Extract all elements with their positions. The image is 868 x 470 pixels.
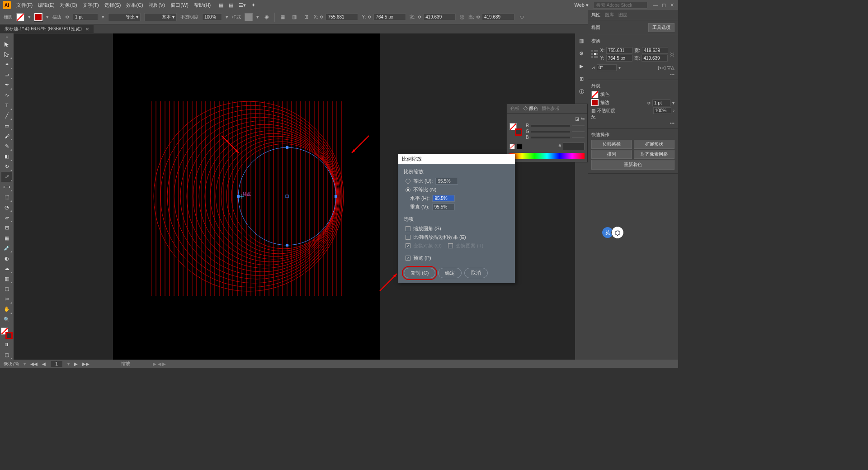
bridge-icon[interactable]: ▦ xyxy=(219,2,223,8)
workspace-switcher[interactable]: Web ▾ xyxy=(575,2,589,8)
link-wh-icon[interactable]: ⛓ xyxy=(459,14,465,20)
blend-tool[interactable]: ◐ xyxy=(1,253,12,263)
color-tab[interactable]: ◇ 颜色 xyxy=(523,105,538,112)
offset-path-button[interactable]: 位移路径 xyxy=(591,140,632,149)
stroke-weight-input[interactable] xyxy=(73,14,98,20)
screen-mode[interactable]: ▢ xyxy=(1,350,12,360)
w-input[interactable] xyxy=(423,14,456,20)
align-pixel-button[interactable]: 对齐像素网格 xyxy=(634,150,675,159)
paintbrush-tool[interactable]: 🖌 xyxy=(1,131,12,141)
gradient-tool[interactable]: ▦ xyxy=(1,233,12,243)
curvature-tool[interactable]: ∿ xyxy=(1,90,12,100)
artboard-nav-back[interactable]: ◀ xyxy=(42,361,46,366)
mesh-tool[interactable]: ⊞ xyxy=(1,223,12,233)
profile-select[interactable]: 等比 ▾ xyxy=(108,13,141,21)
horiz-input[interactable] xyxy=(432,195,455,202)
preview-check[interactable] xyxy=(406,256,410,261)
uniform-radio[interactable] xyxy=(406,179,410,184)
tab-layers[interactable]: 图层 xyxy=(618,12,627,18)
width-tool[interactable]: ⟷ xyxy=(1,182,12,192)
ok-button[interactable]: 确定 xyxy=(438,268,462,278)
artboard-nav-fwd[interactable]: ▶ xyxy=(74,361,78,366)
scale-strokes-check[interactable] xyxy=(406,235,410,240)
color-fillstroke[interactable] xyxy=(509,123,522,136)
appearance-icon[interactable]: ◉ xyxy=(263,13,271,21)
more-options-icon[interactable]: ••• xyxy=(591,72,675,77)
shape-icon[interactable]: ▥ xyxy=(290,13,298,21)
prop-x-input[interactable] xyxy=(606,47,632,54)
prop-w-input[interactable] xyxy=(642,47,668,54)
swatches-tab[interactable]: 色板 xyxy=(510,105,519,112)
prop-h-input[interactable] xyxy=(642,55,668,62)
flip-v-icon[interactable]: ▽△ xyxy=(667,65,675,70)
artboard-tool[interactable]: ▢ xyxy=(1,284,12,294)
color-guide-tab[interactable]: 颜色参考 xyxy=(542,105,560,112)
stock-icon[interactable]: ▤ xyxy=(229,2,233,8)
zoom-display[interactable]: 66.67% xyxy=(4,361,19,366)
pen-tool[interactable]: ✒ xyxy=(1,80,12,90)
slice-tool[interactable]: ✂ xyxy=(1,294,12,304)
menu-effect[interactable]: 效果(C) xyxy=(126,2,143,9)
nonuniform-radio[interactable] xyxy=(406,187,410,192)
play-icon[interactable]: ▶ xyxy=(577,62,586,71)
stroke-label[interactable]: 描边 xyxy=(52,14,61,20)
minimize-icon[interactable]: — xyxy=(652,1,659,9)
prop-stroke-weight[interactable] xyxy=(652,100,670,106)
brush-select[interactable]: 基本 ▾ xyxy=(144,13,177,21)
document-tab[interactable]: 未标题-1* @ 66.67% (RGB/GPU 预览) ✕ xyxy=(0,25,94,33)
menu-edit[interactable]: 编辑(E) xyxy=(38,2,55,9)
fill-swatch[interactable] xyxy=(16,13,24,21)
hex-input[interactable] xyxy=(563,142,585,150)
info-icon[interactable]: ⓘ xyxy=(577,87,586,96)
arrange-icon[interactable]: ☰▾ xyxy=(239,2,246,8)
arrange-button[interactable]: 排列 xyxy=(591,150,632,159)
cancel-button[interactable]: 取消 xyxy=(464,268,488,278)
artboard[interactable]: 锚点 xyxy=(113,33,380,360)
rotate-tool[interactable]: ↻ xyxy=(1,162,12,172)
copy-button[interactable]: 复制 (C) xyxy=(404,268,435,278)
g-value[interactable] xyxy=(572,131,585,132)
menu-window[interactable]: 窗口(W) xyxy=(170,2,189,9)
transform-icon[interactable]: ⊞ xyxy=(302,13,310,21)
style-swatch[interactable] xyxy=(245,13,253,21)
expand-shape-button[interactable]: 扩展形状 xyxy=(634,140,675,149)
hand-tool[interactable]: ✋ xyxy=(1,304,12,314)
recolor-button[interactable]: 重新着色 xyxy=(591,160,675,170)
shape-builder-tool[interactable]: ◔ xyxy=(1,203,12,213)
brushes-icon[interactable]: ⊞ xyxy=(577,74,586,83)
align-icon[interactable]: ▦ xyxy=(278,13,287,21)
artboard-nav-next[interactable]: ▶▶ xyxy=(82,361,90,366)
settings-icon[interactable]: ⚙ xyxy=(577,49,586,58)
angle-input[interactable] xyxy=(597,64,617,71)
prop-y-input[interactable] xyxy=(606,55,632,62)
eraser-tool[interactable]: ◧ xyxy=(1,152,12,161)
lasso-tool[interactable]: ⊃ xyxy=(1,70,12,80)
tab-properties[interactable]: 属性 xyxy=(591,12,600,18)
prop-stroke-label[interactable]: 描边 xyxy=(600,100,609,106)
eyedropper-tool[interactable]: 💉 xyxy=(1,243,12,253)
selection-tool[interactable] xyxy=(1,39,12,49)
ime-indicator[interactable]: 英 xyxy=(602,226,624,239)
gpu-icon[interactable]: ✦ xyxy=(251,2,255,8)
line-tool[interactable]: ╱ xyxy=(1,111,12,121)
black-swatch[interactable] xyxy=(517,144,522,149)
menu-type[interactable]: 文字(T) xyxy=(83,2,99,9)
close-icon[interactable]: ✕ xyxy=(668,1,675,9)
tab-close-icon[interactable]: ✕ xyxy=(85,27,89,32)
free-transform-tool[interactable]: ⬚ xyxy=(1,192,12,202)
rectangle-tool[interactable]: ▭ xyxy=(1,121,12,131)
magic-wand-tool[interactable]: ✦ xyxy=(1,60,12,70)
y-input[interactable] xyxy=(373,14,406,20)
uniform-input[interactable] xyxy=(435,178,458,185)
cp-icon-2[interactable]: ⇆ xyxy=(581,116,585,121)
artboard-nav-prev[interactable]: ◀◀ xyxy=(30,361,38,366)
perspective-tool[interactable]: ▱ xyxy=(1,213,12,223)
cp-icon-1[interactable]: ◪ xyxy=(575,116,579,121)
color-mode[interactable]: ◨ xyxy=(1,340,12,350)
reference-point-icon[interactable] xyxy=(591,50,599,59)
menu-help[interactable]: 帮助(H) xyxy=(194,2,211,9)
prop-stroke-swatch[interactable] xyxy=(591,99,599,106)
direct-selection-tool[interactable] xyxy=(1,50,12,60)
r-slider[interactable] xyxy=(531,125,570,127)
none-swatch[interactable] xyxy=(509,144,515,149)
